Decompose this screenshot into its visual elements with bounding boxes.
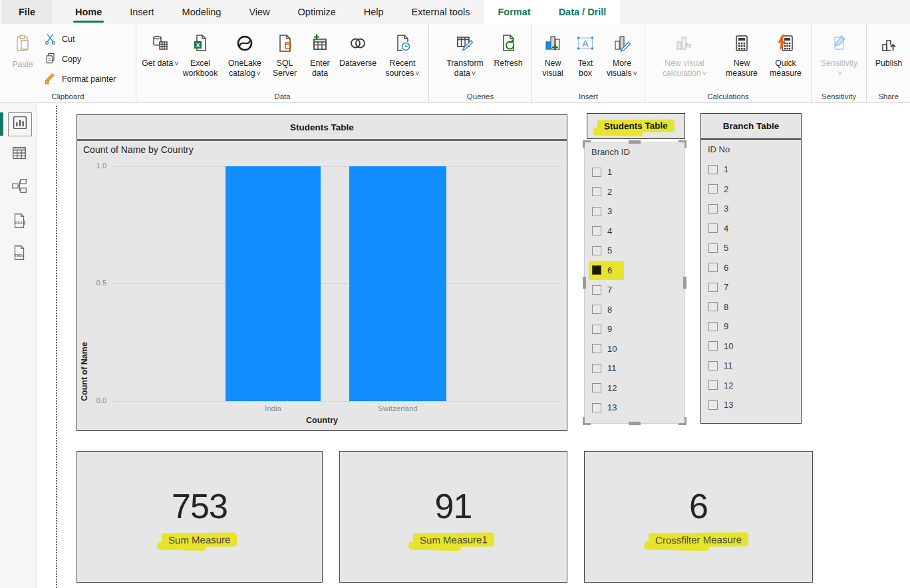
new-measure-button[interactable]: New measure [721, 28, 762, 79]
checkbox-icon[interactable] [592, 207, 601, 216]
checkbox-icon[interactable] [592, 168, 601, 177]
slicer-item[interactable]: 11 [589, 359, 620, 378]
tab[interactable]: External tools [398, 0, 484, 24]
selection-handle[interactable] [679, 417, 686, 425]
slicer-item[interactable]: 1 [589, 162, 615, 182]
checkbox-icon[interactable] [592, 226, 601, 235]
slicer-item[interactable]: 9 [705, 317, 732, 337]
tab[interactable]: Home [61, 0, 116, 24]
checkbox-icon[interactable] [708, 204, 718, 214]
checkbox-icon[interactable] [592, 265, 601, 275]
sql-server-button[interactable]: SQL Server [268, 28, 301, 79]
slicer-item[interactable]: 4 [589, 221, 615, 241]
sidebar-item-dax-query-view[interactable]: DAX [8, 211, 31, 233]
checkbox-icon[interactable] [708, 184, 718, 194]
checkbox-icon[interactable] [592, 403, 601, 412]
paste-button[interactable]: Paste [7, 28, 39, 69]
tab[interactable]: Insert [116, 0, 168, 24]
dataverse-button[interactable]: Dataverse [337, 28, 379, 69]
id-no-slicer[interactable]: ID No 1 2 3 4 5 6 7 [700, 139, 802, 424]
tab[interactable]: File [2, 0, 52, 24]
tab[interactable]: View [235, 0, 283, 24]
tab[interactable]: Help [350, 0, 398, 24]
slicer-item[interactable]: 12 [589, 378, 620, 398]
selection-handle[interactable] [629, 140, 641, 144]
tab[interactable]: Data / Drill [545, 0, 621, 24]
checkbox-icon[interactable] [708, 302, 718, 311]
selection-handle[interactable] [583, 140, 591, 148]
bar-switzerland[interactable] [349, 166, 446, 401]
card-visual[interactable]: 6 Crossfilter Measure [584, 451, 813, 583]
slicer-item[interactable]: 13 [705, 395, 736, 415]
selection-handle[interactable] [683, 277, 686, 289]
quick-measure-button[interactable]: Quick measure [764, 28, 808, 79]
sidebar-item-tmdl-view[interactable]: TMDL [8, 243, 31, 265]
slicer-item[interactable]: 2 [705, 180, 732, 200]
checkbox-icon[interactable] [708, 165, 718, 174]
slicer-item[interactable]: 10 [589, 339, 620, 359]
format-painter-button[interactable]: Format painter [44, 71, 116, 88]
slicer-item[interactable]: 13 [589, 398, 620, 418]
checkbox-icon[interactable] [708, 263, 718, 272]
checkbox-icon[interactable] [592, 305, 601, 314]
slicer-item[interactable]: 5 [589, 241, 615, 261]
slicer-item[interactable]: 3 [589, 202, 615, 221]
enter-data-button[interactable]: Enter data [304, 28, 336, 79]
card-visual[interactable]: 753 Sum Measure [76, 451, 323, 583]
slicer-item[interactable]: 2 [589, 182, 615, 202]
get-data-button[interactable]: Get data˅ [142, 28, 179, 69]
slicer-item[interactable]: 8 [589, 300, 615, 320]
publish-button[interactable]: Publish [871, 28, 907, 69]
bar-india[interactable] [226, 166, 321, 401]
checkbox-icon[interactable] [708, 283, 718, 292]
checkbox-icon[interactable] [592, 383, 601, 392]
cut-button[interactable]: Cut [44, 31, 75, 48]
sidebar-item-report-view[interactable] [8, 112, 32, 136]
more-visuals-button[interactable]: More visuals˅ [603, 28, 641, 79]
branch-id-slicer[interactable]: Branch ID 1 2 3 4 5 6 7 [584, 142, 685, 424]
excel-workbook-button[interactable]: X Excel workbook [179, 28, 222, 79]
slicer2-header-textbox[interactable]: Branch Table [700, 113, 802, 139]
selection-handle[interactable] [583, 417, 591, 425]
tab[interactable]: Format [484, 0, 544, 24]
copy-button[interactable]: Copy [44, 51, 81, 68]
text-box-button[interactable]: A Text box [571, 28, 600, 79]
slicer-item[interactable]: 4 [705, 219, 732, 239]
transform-data-button[interactable]: Transform data˅ [437, 28, 493, 79]
tab[interactable]: Modeling [168, 0, 235, 24]
checkbox-icon[interactable] [592, 187, 601, 196]
slicer-item[interactable]: 7 [589, 280, 615, 300]
slicer1-header-textbox[interactable]: Students Table [587, 113, 685, 139]
slicer-item[interactable]: 9 [589, 319, 615, 339]
checkbox-icon[interactable] [708, 223, 718, 233]
slicer-item[interactable]: 8 [705, 297, 732, 317]
sidebar-item-table-view[interactable] [8, 143, 31, 166]
refresh-button[interactable]: Refresh [490, 28, 526, 69]
slicer-item[interactable]: 3 [705, 199, 732, 219]
card-visual[interactable]: 91 Sum Measure1 [339, 451, 567, 583]
slicer-item[interactable]: 1 [705, 160, 732, 180]
checkbox-icon[interactable] [592, 246, 601, 255]
slicer-item[interactable]: 10 [705, 337, 736, 357]
checkbox-icon[interactable] [592, 364, 601, 373]
bar-chart-visual[interactable]: Count of Name by Country 1.0 0.5 0.0 Cou… [76, 140, 567, 431]
selection-handle[interactable] [629, 422, 641, 425]
new-visual-calculation-button[interactable]: fx New visual calculation˅ [649, 28, 720, 79]
chart-header-textbox[interactable]: Students Table [76, 114, 567, 140]
selection-handle[interactable] [679, 140, 686, 148]
slicer-item[interactable]: 12 [705, 376, 736, 396]
onelake-catalog-button[interactable]: OneLake catalog˅ [223, 28, 267, 79]
slicer-item[interactable]: 6 [705, 258, 732, 278]
checkbox-icon[interactable] [592, 344, 601, 353]
checkbox-icon[interactable] [592, 325, 601, 334]
checkbox-icon[interactable] [708, 361, 718, 370]
checkbox-icon[interactable] [708, 341, 718, 351]
slicer-item[interactable]: 11 [705, 356, 736, 376]
slicer-item[interactable]: 5 [705, 238, 732, 258]
selection-handle[interactable] [583, 277, 586, 289]
sidebar-item-model-view[interactable] [8, 176, 31, 199]
slicer-item[interactable]: 6 [589, 261, 624, 281]
recent-sources-button[interactable]: Recent sources˅ [380, 28, 425, 79]
checkbox-icon[interactable] [708, 322, 718, 331]
new-visual-button[interactable]: New visual [537, 28, 568, 79]
